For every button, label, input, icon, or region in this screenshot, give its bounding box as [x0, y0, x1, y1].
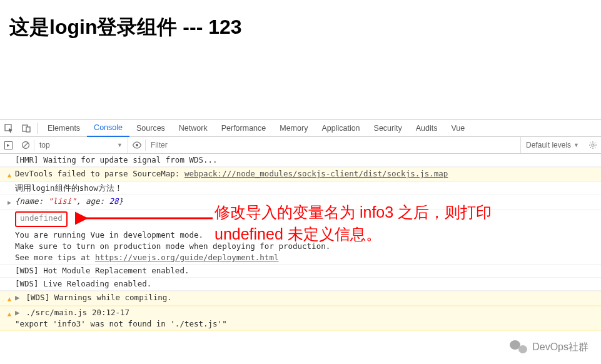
page-title: 这是login登录组件 --- 123	[0, 0, 601, 55]
expand-icon[interactable]: ▶	[15, 307, 21, 318]
log-row: You are running Vue in development mode.…	[0, 229, 601, 265]
log-text: [WDS] Live Reloading enabled.	[15, 278, 601, 290]
devtools-panel: Elements Console Sources Network Perform…	[0, 119, 601, 331]
chevron-down-icon: ▼	[573, 142, 579, 148]
svg-rect-2	[26, 127, 30, 132]
log-level-selector[interactable]: Default levels ▼	[520, 137, 584, 153]
tab-performance[interactable]: Performance	[215, 120, 273, 137]
expand-icon[interactable]: ▶	[6, 197, 13, 208]
log-text: ▶ [WDS] Warnings while compiling.	[15, 292, 601, 305]
log-row: [WDS] Live Reloading enabled.	[0, 278, 601, 291]
watermark: DevOps社群	[510, 340, 588, 355]
filter-input[interactable]	[146, 141, 520, 149]
console-output: [HMR] Waiting for update signal from WDS…	[0, 154, 601, 331]
clear-console-icon[interactable]	[17, 137, 34, 154]
svg-point-7	[592, 144, 594, 146]
log-row: [WDS] Hot Module Replacement enabled.	[0, 265, 601, 278]
tab-application[interactable]: Application	[315, 120, 366, 137]
chevron-down-icon: ▼	[117, 142, 123, 148]
tab-sources[interactable]: Sources	[129, 120, 172, 137]
log-text: [HMR] Waiting for update signal from WDS…	[15, 154, 601, 166]
log-text: DevTools failed to parse SourceMap: webp…	[15, 168, 601, 181]
svg-line-5	[23, 143, 28, 148]
tab-network[interactable]: Network	[172, 120, 215, 137]
svg-point-6	[136, 144, 138, 146]
level-label: Default levels	[526, 141, 571, 149]
log-text: [WDS] Hot Module Replacement enabled.	[15, 265, 601, 276]
divider	[38, 123, 38, 134]
log-text: {name: "lisi", age: 28}	[15, 196, 601, 208]
tab-audits[interactable]: Audits	[409, 120, 445, 137]
device-toggle-icon[interactable]	[18, 120, 35, 137]
context-selector[interactable]: top ▼	[34, 137, 128, 153]
live-expression-icon[interactable]	[128, 137, 145, 154]
log-row-warning: ▲ DevTools failed to parse SourceMap: we…	[0, 167, 601, 182]
log-row: [HMR] Waiting for update signal from WDS…	[0, 154, 601, 167]
warning-icon: ▲	[4, 292, 15, 305]
sidebar-toggle-icon[interactable]	[0, 137, 17, 154]
expand-icon[interactable]: ▶	[15, 292, 21, 303]
warn-prefix: DevTools failed to parse SourceMap:	[15, 169, 184, 178]
tab-memory[interactable]: Memory	[273, 120, 315, 137]
tab-security[interactable]: Security	[367, 120, 409, 137]
devtools-tab-bar: Elements Console Sources Network Perform…	[0, 120, 601, 137]
log-text: 调用login组件的show方法！	[15, 183, 601, 194]
settings-icon[interactable]	[584, 137, 601, 154]
log-row-warning[interactable]: ▲ ▶ ./src/main.js 20:12-17 "export 'info…	[0, 306, 601, 331]
log-text: You are running Vue in development mode.…	[15, 230, 601, 263]
warning-icon: ▲	[4, 307, 15, 330]
watermark-text: DevOps社群	[532, 341, 588, 354]
log-row-object[interactable]: ▶ {name: "lisi", age: 28}	[0, 195, 601, 210]
log-row-warning[interactable]: ▲ ▶ [WDS] Warnings while compiling.	[0, 291, 601, 306]
tab-elements[interactable]: Elements	[41, 120, 87, 137]
inspect-icon[interactable]	[0, 120, 18, 137]
sourcemap-link[interactable]: webpack:///node_modules/sockjs-client/di…	[184, 169, 448, 178]
context-label: top	[39, 141, 50, 149]
console-filter-bar: top ▼ Default levels ▼	[0, 137, 601, 154]
tab-console[interactable]: Console	[87, 120, 129, 137]
log-text: ▶ ./src/main.js 20:12-17 "export 'info3'…	[15, 307, 601, 330]
log-row: 调用login组件的show方法！	[0, 182, 601, 195]
warning-icon: ▲	[4, 168, 15, 181]
vue-guide-link[interactable]: https://vuejs.org/guide/deployment.html	[95, 253, 279, 262]
log-row-undefined: undefined	[0, 210, 601, 229]
tab-vue[interactable]: Vue	[444, 120, 472, 137]
wechat-icon	[510, 340, 527, 355]
undefined-highlight: undefined	[15, 211, 68, 227]
